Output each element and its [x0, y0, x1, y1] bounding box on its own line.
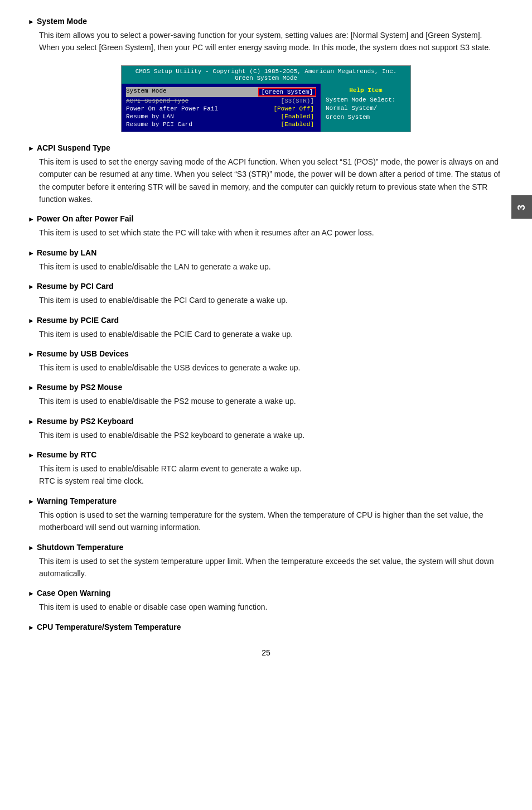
heading-text-resume-pcie: Resume by PCIE Card: [37, 316, 119, 325]
section-body-resume-pci: This item is used to enable/disable the …: [39, 294, 504, 306]
section-resume-ps2-keyboard: ► Resume by PS2 Keyboard This item is us…: [28, 417, 504, 441]
section-heading-power-fail: ► Power On after Power Fail: [28, 214, 504, 223]
section-acpi-suspend: ► ACPI Suspend Type This item is used to…: [28, 143, 504, 206]
heading-text-resume-rtc: Resume by RTC: [37, 450, 96, 459]
bios-help-title: Help Item: [326, 87, 406, 94]
arrow-icon: ►: [28, 215, 35, 223]
bios-row-system-mode: System Mode [Green System]: [126, 87, 316, 97]
section-heading-acpi: ► ACPI Suspend Type: [28, 143, 504, 152]
heading-text-acpi: ACPI Suspend Type: [37, 143, 110, 152]
heading-text-resume-usb: Resume by USB Devices: [37, 349, 129, 358]
section-resume-ps2-mouse: ► Resume by PS2 Mouse This item is used …: [28, 383, 504, 407]
section-warning-temp: ► Warning Temperature This option is use…: [28, 496, 504, 534]
heading-text-cpu-temp: CPU Temperature/System Temperature: [37, 623, 181, 631]
arrow-icon: ►: [28, 451, 35, 459]
bios-label-power-on: Power On after Power Fail: [126, 105, 218, 112]
section-body-power-fail: This item is used to set which state the…: [39, 226, 504, 239]
bios-label-resume-lan: Resume by LAN: [126, 113, 174, 120]
arrow-icon: ►: [28, 418, 35, 426]
bios-label-system-mode: System Mode: [126, 88, 167, 97]
section-body-resume-rtc: This item is used to enable/disable RTC …: [39, 462, 504, 488]
heading-text-warning-temp: Warning Temperature: [37, 496, 117, 505]
arrow-icon: ►: [28, 249, 35, 257]
section-body-warning-temp: This option is used to set the warning t…: [39, 509, 504, 534]
heading-text-system-mode: System Mode: [37, 17, 87, 26]
bios-row-resume-lan: Resume by LAN [Enabled]: [126, 113, 316, 120]
section-resume-rtc: ► Resume by RTC This item is used to ena…: [28, 450, 504, 488]
heading-text-shutdown-temp: Shutdown Temperature: [37, 543, 123, 552]
arrow-icon: ►: [28, 624, 35, 631]
arrow-icon: ►: [28, 590, 35, 597]
section-cpu-temp: ► CPU Temperature/System Temperature: [28, 623, 504, 631]
section-body-resume-lan: This item is used to enable/disable the …: [39, 261, 504, 273]
page-container: 3 ► System Mode This item allows you to …: [0, 0, 532, 674]
arrow-icon: ►: [28, 544, 35, 552]
section-body-resume-ps2-keyboard: This item is used to enable/disable the …: [39, 429, 504, 441]
section-body-acpi: This item is used to set the energy savi…: [39, 156, 504, 206]
page-number: 25: [28, 648, 504, 657]
heading-text-resume-ps2-mouse: Resume by PS2 Mouse: [37, 383, 122, 392]
bios-value-system-mode: [Green System]: [258, 88, 316, 97]
bios-label-resume-pci: Resume by PCI Card: [126, 121, 192, 128]
section-heading-system-mode: ► System Mode: [28, 17, 504, 26]
arrow-icon: ►: [28, 498, 35, 505]
section-body-case-open: This item is used to enable or disable c…: [39, 601, 504, 613]
section-heading-resume-pcie: ► Resume by PCIE Card: [28, 316, 504, 325]
arrow-icon: ►: [28, 317, 35, 325]
section-system-mode: ► System Mode This item allows you to se…: [28, 17, 504, 132]
section-heading-resume-pci: ► Resume by PCI Card: [28, 282, 504, 291]
bios-value-power-on: [Power Off]: [271, 105, 316, 112]
heading-text-power-fail: Power On after Power Fail: [37, 214, 134, 223]
section-power-fail: ► Power On after Power Fail This item is…: [28, 214, 504, 239]
section-resume-lan: ► Resume by LAN This item is used to ena…: [28, 248, 504, 273]
section-case-open: ► Case Open Warning This item is used to…: [28, 589, 504, 613]
bios-help-body: System Mode Select:Normal System/Green S…: [326, 96, 406, 122]
bios-body: System Mode [Green System] ACPI Suspend …: [122, 84, 410, 132]
bios-value-resume-lan: [Enabled]: [279, 113, 316, 120]
section-heading-resume-lan: ► Resume by LAN: [28, 248, 504, 257]
bios-title: CMOS Setup Utility - Copyright (C) 1985-…: [122, 66, 410, 84]
section-heading-case-open: ► Case Open Warning: [28, 589, 504, 597]
section-body-system-mode: This item allows you to select a power-s…: [39, 29, 504, 54]
bios-left-panel: System Mode [Green System] ACPI Suspend …: [122, 84, 321, 132]
heading-text-resume-lan: Resume by LAN: [37, 248, 96, 257]
section-resume-pci: ► Resume by PCI Card This item is used t…: [28, 282, 504, 306]
section-heading-resume-ps2-mouse: ► Resume by PS2 Mouse: [28, 383, 504, 392]
heading-text-resume-ps2-keyboard: Resume by PS2 Keyboard: [37, 417, 134, 426]
bios-screenshot: CMOS Setup Utility - Copyright (C) 1985-…: [121, 65, 411, 132]
arrow-icon: ►: [28, 350, 35, 358]
bios-row-acpi-suspend: ACPI Suspend Type [S3(STR)]: [126, 97, 316, 105]
heading-text-resume-pci: Resume by PCI Card: [37, 282, 114, 291]
section-body-resume-ps2-mouse: This item is used to enable/disable the …: [39, 395, 504, 407]
heading-text-case-open: Case Open Warning: [37, 589, 111, 597]
section-heading-resume-rtc: ► Resume by RTC: [28, 450, 504, 459]
section-heading-resume-usb: ► Resume by USB Devices: [28, 349, 504, 358]
arrow-icon: ►: [28, 18, 35, 26]
section-heading-resume-ps2-keyboard: ► Resume by PS2 Keyboard: [28, 417, 504, 426]
arrow-icon: ►: [28, 384, 35, 392]
side-tab: 3: [511, 195, 532, 219]
section-heading-warning-temp: ► Warning Temperature: [28, 496, 504, 505]
section-resume-usb: ► Resume by USB Devices This item is use…: [28, 349, 504, 374]
section-heading-shutdown-temp: ► Shutdown Temperature: [28, 543, 504, 552]
arrow-icon: ►: [28, 283, 35, 291]
arrow-icon: ►: [28, 144, 35, 152]
section-resume-pcie: ► Resume by PCIE Card This item is used …: [28, 316, 504, 340]
bios-row-resume-pci: Resume by PCI Card [Enabled]: [126, 120, 316, 128]
bios-value-resume-pci: [Enabled]: [279, 121, 316, 128]
bios-right-panel: Help Item System Mode Select:Normal Syst…: [321, 84, 410, 132]
section-shutdown-temp: ► Shutdown Temperature This item is used…: [28, 543, 504, 580]
bios-row-power-on: Power On after Power Fail [Power Off]: [126, 105, 316, 113]
section-body-resume-pcie: This item is used to enable/disable the …: [39, 328, 504, 340]
section-body-resume-usb: This item is used to enable/disable the …: [39, 361, 504, 374]
section-body-shutdown-temp: This item is used to set the system temp…: [39, 555, 504, 580]
bios-value-acpi-suspend: [S3(STR)]: [279, 98, 316, 104]
bios-label-acpi-suspend: ACPI Suspend Type: [126, 98, 188, 104]
section-heading-cpu-temp: ► CPU Temperature/System Temperature: [28, 623, 504, 631]
